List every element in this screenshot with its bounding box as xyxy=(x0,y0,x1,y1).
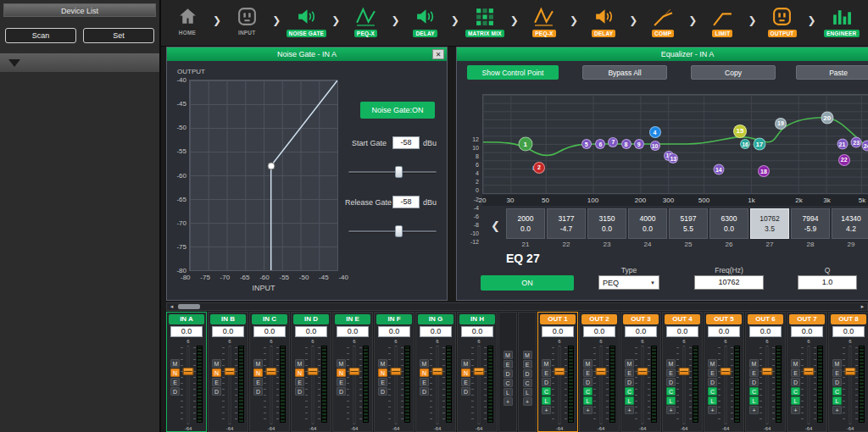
eq-control-point-1[interactable]: 1 xyxy=(518,137,532,152)
channel-fader[interactable]: 6-64 xyxy=(223,339,236,431)
scan-button[interactable]: Scan xyxy=(5,28,76,43)
strip-button-d[interactable]: D xyxy=(832,378,842,386)
channel-fader[interactable]: 6-64 xyxy=(677,339,691,431)
channel-strip-out-2[interactable]: OUT 20.0MEDCL+6-64 xyxy=(579,312,620,432)
channel-gain-value[interactable]: 0.0 xyxy=(583,326,615,337)
strip-button-d[interactable]: D xyxy=(542,378,551,386)
strip-button-n[interactable]: N xyxy=(378,368,387,377)
strip-button-l[interactable]: L xyxy=(625,396,634,405)
strip-button-e[interactable]: E xyxy=(708,368,717,377)
channel-gain-value[interactable]: 0.0 xyxy=(625,326,657,337)
channel-strip-mini[interactable]: MEDCL+ xyxy=(518,312,537,432)
strip-button-d[interactable]: D xyxy=(666,378,676,386)
channel-strip-in-a[interactable]: IN A0.0MNED6-64 xyxy=(166,312,207,432)
fader-handle[interactable] xyxy=(721,368,732,375)
channel-fader[interactable]: 6-64 xyxy=(636,339,649,431)
noise-gate-power-button[interactable]: Noise Gate:ON xyxy=(360,102,435,119)
fader-handle[interactable] xyxy=(554,368,565,375)
strip-button-n[interactable]: N xyxy=(337,368,346,377)
strip-button-e[interactable]: E xyxy=(625,368,634,377)
strip-button-c[interactable]: C xyxy=(583,387,593,396)
strip-button-d[interactable]: D xyxy=(625,378,634,386)
channel-label[interactable]: IN B xyxy=(210,314,246,324)
channel-strip-out-7[interactable]: OUT 70.0MEDCL+6-64 xyxy=(787,312,827,432)
channel-label[interactable]: OUT 6 xyxy=(748,314,783,324)
strip-button-l[interactable]: L xyxy=(791,396,800,405)
strip-button-m[interactable]: M xyxy=(542,359,551,368)
eq-control-point-5[interactable]: 5 xyxy=(581,139,592,149)
eq-control-point-10[interactable]: 10 xyxy=(650,141,660,151)
channel-gain-value[interactable]: 0.0 xyxy=(420,326,452,337)
channel-label[interactable]: IN D xyxy=(293,314,329,324)
q-input[interactable]: 1.0 xyxy=(798,275,857,290)
channel-fader[interactable]: 6-64 xyxy=(760,339,774,431)
eq-band-25[interactable]: 51975.525 xyxy=(669,208,708,248)
channel-fader[interactable]: 6-64 xyxy=(181,339,195,431)
toolbar-module-output[interactable]: OUTPUT xyxy=(760,4,805,37)
eq-control-point-18[interactable]: 18 xyxy=(758,165,770,177)
strip-button-n[interactable]: N xyxy=(461,368,470,377)
toolbar-module-peq-x[interactable]: PEQ-X xyxy=(521,4,567,37)
strip-button-m[interactable]: M xyxy=(170,359,180,368)
copy-button[interactable]: Copy xyxy=(691,65,776,80)
channel-fader[interactable]: 6-64 xyxy=(264,339,278,431)
eq-control-point-6[interactable]: 6 xyxy=(595,139,605,149)
strip-button-m[interactable]: M xyxy=(708,359,717,368)
strip-button-m[interactable]: M xyxy=(523,351,532,359)
strip-button-e[interactable]: E xyxy=(212,378,221,386)
strip-button-e[interactable]: E xyxy=(295,378,304,386)
strip-button-n[interactable]: N xyxy=(212,368,221,377)
strip-button-d[interactable]: D xyxy=(420,387,429,396)
strip-button-e[interactable]: E xyxy=(337,378,346,386)
band-on-button[interactable]: ON xyxy=(481,275,574,291)
eq-control-point-23[interactable]: 23 xyxy=(851,136,862,147)
strip-button-e[interactable]: E xyxy=(420,378,429,386)
channel-label[interactable]: IN C xyxy=(252,314,287,324)
eq-control-point-7[interactable]: 7 xyxy=(608,137,618,147)
channel-fader[interactable]: 6-64 xyxy=(843,339,857,431)
eq-control-point-20[interactable]: 20 xyxy=(821,111,833,124)
channel-label[interactable]: OUT 1 xyxy=(540,314,576,324)
strip-button-plus[interactable]: + xyxy=(791,406,800,414)
strip-button-plus[interactable]: + xyxy=(542,406,551,414)
eq-control-point-19[interactable]: 19 xyxy=(775,118,787,130)
strip-button-d[interactable]: D xyxy=(791,378,800,386)
fader-handle[interactable] xyxy=(596,368,607,375)
channel-strip-in-d[interactable]: IN D0.0MNED6-64 xyxy=(291,312,331,432)
channel-gain-value[interactable]: 0.0 xyxy=(337,326,369,337)
fader-handle[interactable] xyxy=(225,368,236,375)
fader-handle[interactable] xyxy=(266,368,277,375)
strip-button-d[interactable]: D xyxy=(583,378,593,386)
fader-handle[interactable] xyxy=(762,368,773,375)
eq-band-values[interactable]: 143404.2 xyxy=(832,208,868,239)
eq-control-point-15[interactable]: 15 xyxy=(733,125,747,138)
channel-strip-out-4[interactable]: OUT 40.0MEDCL+6-64 xyxy=(662,312,703,432)
toolbar-module-input[interactable]: INPUT xyxy=(224,4,270,36)
strip-button-e[interactable]: E xyxy=(461,378,470,386)
fader-handle[interactable] xyxy=(349,368,360,375)
strip-button-d[interactable]: D xyxy=(253,387,263,396)
toolbar-module-delay[interactable]: DELAY xyxy=(403,4,448,37)
channel-fader[interactable]: 6-64 xyxy=(802,339,815,431)
eq-band-values[interactable]: 40000.0 xyxy=(628,208,667,239)
channel-fader[interactable]: 6-64 xyxy=(348,339,361,431)
strip-button-e[interactable]: E xyxy=(583,368,593,377)
channel-strip-in-h[interactable]: IN H0.0MNED6-64 xyxy=(457,312,498,432)
eq-control-point-24[interactable]: 24 xyxy=(861,141,868,152)
strip-button-e[interactable]: E xyxy=(253,378,263,386)
device-tree-toggle[interactable] xyxy=(0,53,159,72)
strip-button-m[interactable]: M xyxy=(625,359,634,368)
channel-label[interactable]: IN H xyxy=(459,314,495,324)
channel-fader[interactable]: 6-64 xyxy=(389,339,403,431)
channel-label[interactable]: IN G xyxy=(418,314,453,324)
toolbar-module-home[interactable]: HOME xyxy=(164,4,210,36)
eq-band-23[interactable]: 31500.023 xyxy=(587,208,626,248)
channel-strip-in-e[interactable]: IN E0.0MNED6-64 xyxy=(332,312,373,432)
strip-button-l[interactable]: L xyxy=(666,396,676,405)
strip-button-e[interactable]: E xyxy=(832,368,842,377)
strip-button-m[interactable]: M xyxy=(295,359,304,368)
eq-band-values[interactable]: 51975.5 xyxy=(669,208,708,239)
strip-button-plus[interactable]: + xyxy=(666,406,676,414)
close-icon[interactable]: ✕ xyxy=(432,49,444,59)
toolbar-module-engineer[interactable]: ENGINEER xyxy=(819,4,865,37)
